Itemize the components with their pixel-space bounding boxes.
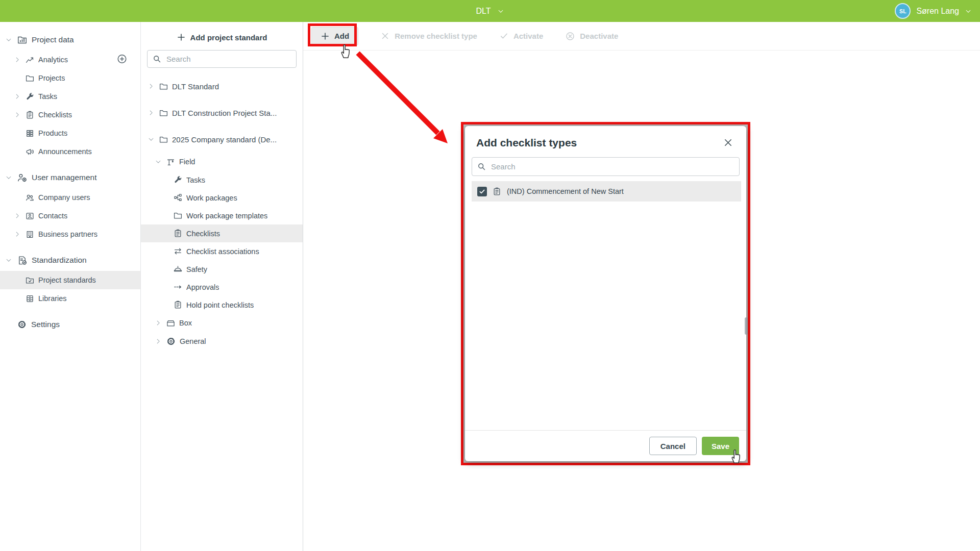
user-gear-icon [17, 173, 27, 183]
sidebar-section: User management Company users Contacts B… [0, 167, 140, 243]
sidebar-item-business-partners[interactable]: Business partners [0, 225, 140, 243]
sidebar-item-announcements[interactable]: Announcements [0, 142, 140, 161]
topbar: DLT SL Søren Lang [0, 0, 980, 22]
sidebar-item-projects[interactable]: Projects [0, 69, 140, 87]
project-switcher[interactable]: DLT [0, 0, 980, 22]
checkbox-checked[interactable] [477, 187, 487, 196]
tree-node-work-packages[interactable]: Work packages [141, 189, 303, 207]
dialog-title: Add checklist types [476, 137, 577, 149]
chevron-right-icon[interactable] [154, 338, 162, 345]
add-button-label: Add [334, 32, 349, 40]
people-icon [26, 193, 34, 202]
cancel-button[interactable]: Cancel [649, 437, 697, 455]
sidebar-section-settings[interactable]: Settings [0, 314, 140, 335]
nodes-icon [174, 193, 182, 202]
add-button[interactable]: Add [311, 27, 358, 45]
contact-card-icon [26, 212, 34, 220]
project-data-icon [17, 35, 27, 45]
activate-button: Activate [500, 32, 543, 41]
sidebar-section: Standardization Project standards Librar… [0, 249, 140, 308]
analytics-icon [26, 56, 34, 64]
scrollbar-thumb[interactable] [745, 317, 748, 335]
close-icon[interactable] [721, 136, 735, 149]
plus-icon [177, 33, 186, 42]
sidebar-item-products[interactable]: Products [0, 124, 140, 142]
plus-icon [321, 32, 330, 41]
folder-icon [159, 109, 168, 117]
sidebar-item-libraries[interactable]: Libraries [0, 289, 140, 308]
tree-node-checklists[interactable]: Checklists [141, 224, 303, 242]
tree-search-input[interactable] [165, 54, 291, 64]
annotation-box-modal: Add checklist types (IND) Commencement o… [461, 122, 750, 465]
project-switcher-label: DLT [476, 7, 491, 16]
deactivate-button: Deactivate [566, 32, 618, 41]
toolbar: Add Remove checklist typeActivateDeactiv… [303, 22, 980, 51]
megaphone-icon [26, 147, 34, 156]
chevron-right-icon[interactable] [147, 109, 155, 116]
remove-checklist-type-button: Remove checklist type [381, 32, 477, 41]
dialog-search-input[interactable] [490, 162, 734, 171]
tree-node-approvals[interactable]: Approvals [141, 278, 303, 296]
clipboard-icon [26, 111, 34, 119]
add-checklist-types-dialog: Add checklist types (IND) Commencement o… [465, 126, 746, 461]
folder-check-icon [26, 276, 34, 285]
dialog-search [472, 157, 740, 176]
plus-circle-icon[interactable] [117, 54, 127, 66]
sidebar-item-analytics[interactable]: Analytics [0, 51, 140, 69]
sidebar-item-company-users[interactable]: Company users [0, 188, 140, 207]
chevron-down-icon [497, 8, 504, 15]
tree-node-hold-point-checklists[interactable]: Hold point checklists [141, 296, 303, 314]
user-menu[interactable]: SL Søren Lang [895, 0, 972, 22]
tree-node-dlt-construction-project-sta[interactable]: DLT Construction Project Sta... [141, 99, 303, 126]
search-icon [153, 55, 161, 63]
check-icon [500, 32, 508, 40]
products-icon [26, 129, 34, 138]
project-standards-panel: Add project standard DLT Standard DLT Co… [141, 22, 303, 551]
clipboard-icon [174, 229, 182, 238]
chevron-right-icon[interactable] [147, 83, 155, 90]
crane-icon [166, 158, 175, 166]
chevron-right-icon[interactable] [154, 319, 162, 327]
sidebar-section: Settings [0, 314, 140, 335]
dialog-footer: Cancel Save [465, 430, 746, 461]
folder-icon [174, 211, 182, 220]
gear-icon [166, 337, 176, 346]
tree-node-work-package-templates[interactable]: Work package templates [141, 207, 303, 224]
clipboard-icon [493, 187, 501, 196]
checklist-type-row[interactable]: (IND) Commencement of New Start [472, 181, 741, 202]
library-icon [26, 294, 34, 303]
helmet-icon [174, 265, 182, 273]
folder-icon [159, 82, 168, 91]
tree-node-safety[interactable]: Safety [141, 260, 303, 278]
tree-node-field[interactable]: Field [141, 153, 303, 171]
chevron-down-icon[interactable] [154, 158, 162, 165]
sidebar-item-tasks[interactable]: Tasks [0, 87, 140, 106]
add-project-standard-button[interactable]: Add project standard [141, 28, 303, 46]
sidebar-section-standardization[interactable]: Standardization [0, 249, 140, 271]
tree-node-checklist-associations[interactable]: Checklist associations [141, 242, 303, 260]
clipboard-icon [174, 300, 182, 309]
tree-node-box[interactable]: Box [141, 314, 303, 332]
chevron-down-icon [965, 8, 972, 15]
doc-check-icon [17, 256, 27, 265]
sidebar: Project data Analytics Projects Tasks Ch… [0, 22, 141, 551]
sidebar-section-user-management[interactable]: User management [0, 167, 140, 188]
sidebar-item-project-standards[interactable]: Project standards [0, 271, 140, 289]
tree-node-2025-company-standard-de[interactable]: 2025 Company standard (De... [141, 126, 303, 153]
sidebar-section-project-data[interactable]: Project data [0, 29, 140, 51]
tree-node-tasks[interactable]: Tasks [141, 171, 303, 189]
chevron-down-icon[interactable] [147, 136, 155, 143]
standards-tree: DLT Standard DLT Construction Project St… [141, 73, 303, 350]
checklist-type-list: (IND) Commencement of New Start [472, 181, 741, 430]
add-project-standard-label: Add project standard [190, 33, 267, 42]
building-icon [26, 230, 34, 239]
tree-node-dlt-standard[interactable]: DLT Standard [141, 73, 303, 99]
save-button[interactable]: Save [702, 437, 739, 455]
dashed-arrow-icon [174, 283, 182, 291]
sidebar-item-checklists[interactable]: Checklists [0, 106, 140, 124]
search-icon [477, 162, 486, 171]
swap-icon [174, 247, 182, 256]
tree-node-general[interactable]: General [141, 332, 303, 350]
box-icon [166, 319, 175, 328]
sidebar-item-contacts[interactable]: Contacts [0, 207, 140, 225]
